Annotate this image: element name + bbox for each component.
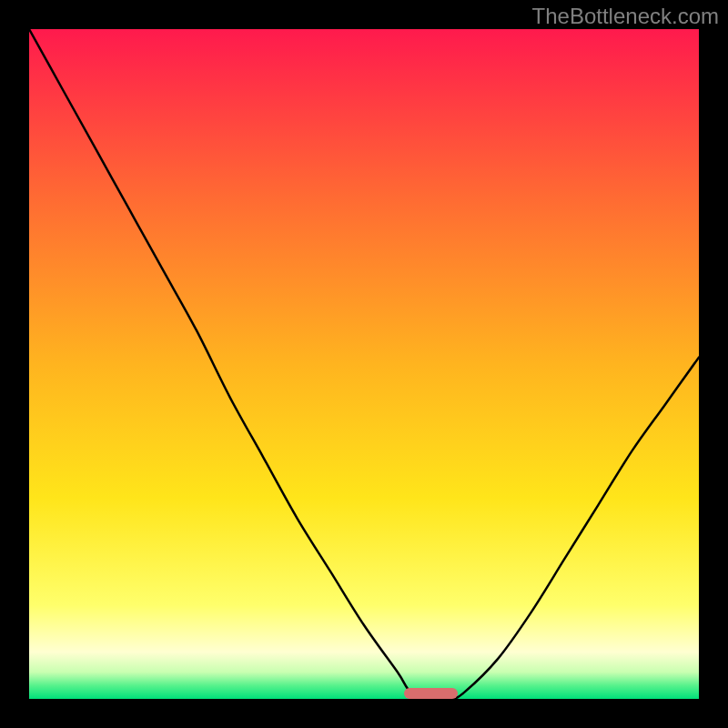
optimal-marker [404, 688, 458, 699]
bottleneck-curve [29, 29, 699, 699]
watermark-text: TheBottleneck.com [532, 4, 719, 29]
chart-container: TheBottleneck.com [0, 0, 728, 728]
plot-area [29, 29, 699, 699]
